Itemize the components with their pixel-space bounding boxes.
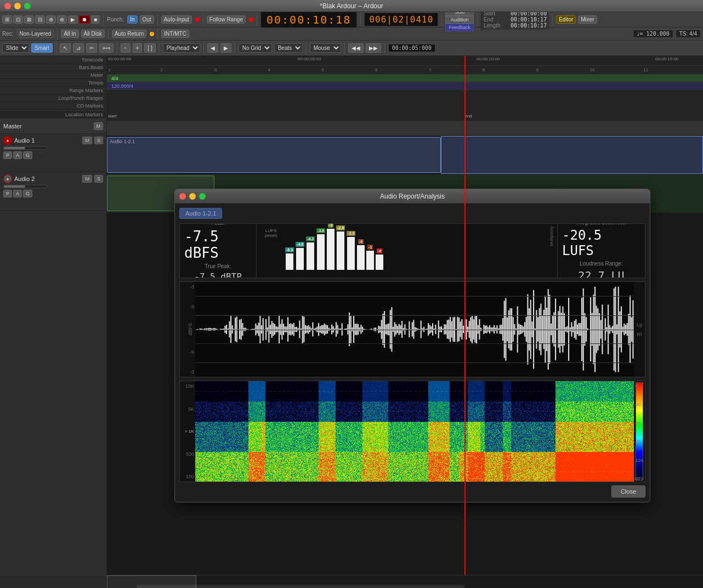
mini-overview: Overview ◀ (0, 575, 703, 588)
zoom-out-btn[interactable]: − (121, 43, 131, 53)
tb-icon5[interactable]: ⊕ (46, 15, 56, 24)
snap-select[interactable]: Beats (274, 43, 303, 53)
minimize-button[interactable] (14, 3, 21, 9)
sep16 (235, 43, 235, 54)
modal-tab[interactable]: Audio 1-2.1 (179, 208, 222, 219)
zoom-fit-btn[interactable]: [ ] (144, 43, 155, 53)
editor-btn[interactable]: Editor (556, 15, 576, 24)
maximize-button[interactable] (24, 3, 31, 9)
zoom-in-btn[interactable]: + (133, 43, 143, 53)
lufs-y-axis: LUFS (short) (259, 226, 283, 275)
lufs-bar-1: -5.3 (285, 247, 294, 270)
audio2-top: ● Audio 2 M S (3, 174, 103, 183)
non-layered-btn[interactable]: Non-Layered (17, 30, 54, 38)
tempo-display[interactable]: ♩= 120.000 (633, 30, 673, 38)
mixer-btn[interactable]: Mixer (578, 15, 597, 24)
grid-select[interactable]: No Grid (239, 43, 272, 53)
tb-rec-btn[interactable]: ⏺ (79, 15, 90, 24)
nudge-back-btn[interactable]: ◀ (207, 43, 218, 53)
loud-range-label: Loudness Range: (580, 261, 622, 267)
int-loud-label: Integrated Loudness: (576, 223, 627, 225)
audio1-fader-fill (4, 147, 25, 149)
wf-right: Lg Rf (634, 282, 645, 377)
cut-tool[interactable]: ✂ (86, 43, 97, 53)
playhead-select[interactable]: Playhead (163, 43, 200, 53)
toolbar-edit: Slide Smart ↖ ⊿ ✂ ⟺ − + [ ] Playhead ◀ ▶… (0, 41, 703, 56)
audio1-fader[interactable] (3, 146, 47, 150)
timecode-display[interactable]: 00:00:10:18 (260, 12, 357, 28)
punch-in-btn[interactable]: In (127, 15, 137, 24)
stretch-tool[interactable]: ⟺ (99, 43, 114, 53)
tb-icon2[interactable]: ⊡ (13, 15, 23, 24)
audio1-timeline[interactable]: Audio 1-2.1 (107, 136, 703, 174)
close-button[interactable] (4, 3, 11, 9)
audio2-header: ● Audio 2 M S P A G (0, 172, 106, 211)
master-m-btn[interactable]: M (94, 122, 104, 130)
audio2-btns: P A G (3, 190, 103, 197)
audio1-g-btn[interactable]: G (23, 151, 32, 159)
lufs-tag-1: -5.3 (285, 247, 294, 252)
audio2-a-btn[interactable]: A (13, 190, 22, 197)
audition-btn[interactable]: Audition (445, 16, 474, 24)
viewport-indicator[interactable] (107, 575, 196, 588)
modal-min-wc[interactable] (189, 193, 196, 200)
audio1-s-btn[interactable]: S (94, 137, 103, 144)
audio1-region[interactable]: Audio 1-2.1 (107, 137, 441, 173)
lufs-tag-10: -# (377, 248, 382, 253)
timesig-display[interactable]: TS: 4/4 (676, 30, 701, 38)
audio2-rec-btn[interactable]: ● (3, 174, 12, 183)
audio2-fader[interactable] (3, 185, 47, 188)
wf-grid-center (195, 330, 634, 330)
tb-icon6[interactable]: ⊗ (57, 15, 67, 24)
audio1-a-btn[interactable]: A (13, 151, 22, 159)
lufs-tag-3: -4.3 (306, 236, 315, 241)
sep8 (552, 14, 553, 25)
toolbar-rec: Rec: Non-Layered All In All Disk Auto Re… (0, 27, 703, 41)
mini-track[interactable]: ◀ (107, 575, 703, 588)
audio2-g-btn[interactable]: G (23, 190, 32, 197)
cursor-tool[interactable]: ↖ (60, 43, 71, 53)
spec-1k: ≈ 1K (185, 429, 194, 434)
bars-ruler: 1 2 3 4 5 6 7 8 9 10 11 (107, 66, 703, 75)
nudge-fwd-btn[interactable]: ▶ (220, 43, 231, 53)
sep4 (257, 14, 257, 25)
int-mtc-btn[interactable]: INT/MTC (161, 30, 189, 38)
modal-titlebar: Audio Report/Analysis (175, 189, 650, 203)
master-timeline[interactable] (107, 121, 703, 136)
audio1-p-btn[interactable]: P (3, 151, 12, 159)
tb-icon4[interactable]: ⊟ (35, 15, 45, 24)
prev-btn[interactable]: ◀◀ (348, 43, 364, 53)
audio2-p-btn[interactable]: P (3, 190, 12, 197)
auto-return-btn[interactable]: Auto Return (112, 30, 146, 38)
modal-close-wc[interactable] (179, 193, 186, 200)
audio1-m-btn[interactable]: M (82, 137, 92, 144)
smart-btn[interactable]: Smart (31, 43, 53, 53)
next-btn[interactable]: ▶▶ (366, 43, 381, 53)
lufs-bar-6: -2.8 (336, 225, 345, 270)
tb-stop-btn[interactable]: ■ (91, 15, 100, 24)
edit-mode-select[interactable]: Slide (2, 43, 29, 53)
sep9 (57, 29, 58, 39)
tb-icon1[interactable]: ⊞ (2, 15, 12, 24)
mini-header: Overview (0, 575, 107, 588)
all-disk-btn[interactable]: All Disk (81, 30, 105, 38)
feedback-btn[interactable]: Feedback (445, 24, 474, 31)
lufs-bar-2: -4.8 (296, 242, 304, 270)
audio2-s-btn[interactable]: S (94, 175, 103, 183)
auto-input-btn[interactable]: Auto-Input (161, 15, 192, 24)
audio2-m-btn[interactable]: M (82, 175, 92, 183)
mouse-select[interactable]: Mouse (310, 43, 341, 53)
follow-range-btn[interactable]: Follow Range (207, 15, 246, 24)
wf-dbfs-label: dBFS (186, 323, 194, 336)
range-tool[interactable]: ⊿ (73, 43, 84, 53)
tb-icon7[interactable]: ▶ (68, 15, 78, 24)
wf-y-axis: -3 -9 dBFS -9 -3 (180, 282, 195, 377)
modal-max-wc[interactable] (199, 193, 206, 200)
tb-icon3[interactable]: ⊠ (24, 15, 34, 24)
lufs-bar-fill-10 (376, 255, 383, 270)
all-in-btn[interactable]: All In (61, 30, 78, 38)
punch-out-btn[interactable]: Out (140, 15, 154, 24)
bars-display[interactable]: 006|02|0410 (364, 13, 438, 26)
modal-close-btn[interactable]: Close (611, 485, 645, 497)
audio1-rec-btn[interactable]: ● (3, 136, 12, 145)
